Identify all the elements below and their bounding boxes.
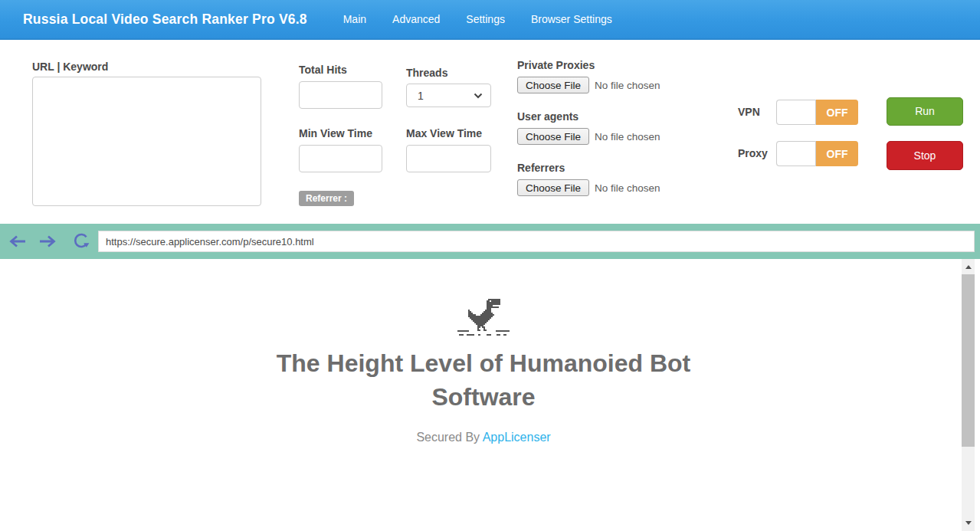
vpn-label: VPN xyxy=(738,106,760,118)
private-proxies-label: Private Proxies xyxy=(517,59,660,71)
main-nav: Main Advanced Settings Browser Settings xyxy=(330,7,625,31)
control-panel: URL | Keyword Total Hits Threads 1 Min V… xyxy=(0,40,980,224)
proxy-label: Proxy xyxy=(738,147,768,159)
app-header: Russia Local Video Search Ranker Pro V6.… xyxy=(0,0,980,40)
referrers-label: Referrers xyxy=(517,162,660,174)
scrollbar[interactable] xyxy=(962,259,975,531)
nav-settings[interactable]: Settings xyxy=(453,7,518,31)
chevron-down-icon xyxy=(474,93,483,99)
stop-button[interactable]: Stop xyxy=(887,141,963,170)
app-window: Russia Local Video Search Ranker Pro V6.… xyxy=(0,0,980,531)
proxy-toggle-state: OFF xyxy=(816,141,858,166)
url-keyword-textarea[interactable] xyxy=(32,77,261,206)
nav-browser-settings[interactable]: Browser Settings xyxy=(518,7,625,31)
url-address-bar[interactable] xyxy=(98,231,975,252)
threads-selected-value: 1 xyxy=(418,90,474,102)
scroll-down-icon xyxy=(965,521,972,525)
scroll-up-button[interactable] xyxy=(962,261,975,274)
private-proxies-group: Private Proxies Choose File No file chos… xyxy=(517,59,660,93)
user-agents-group: User agents Choose File No file chosen xyxy=(517,110,660,145)
referrers-group: Referrers Choose File No file chosen xyxy=(517,162,660,196)
private-proxies-choose-file-button[interactable]: Choose File xyxy=(517,77,589,93)
browser-toolbar xyxy=(0,224,980,259)
threads-label: Threads xyxy=(406,67,447,79)
scroll-up-icon xyxy=(965,265,972,269)
threads-select[interactable]: 1 xyxy=(406,84,491,107)
secured-by-text: Secured By xyxy=(416,431,482,444)
referrers-file-status: No file chosen xyxy=(595,182,660,194)
scrollbar-thumb[interactable] xyxy=(962,274,975,447)
referrers-choose-file-button[interactable]: Choose File xyxy=(517,179,589,196)
referrer-chip: Referrer : xyxy=(299,191,354,206)
total-hits-label: Total Hits xyxy=(299,64,347,76)
dino-icon xyxy=(0,299,967,340)
app-title: Russia Local Video Search Ranker Pro V6.… xyxy=(23,11,307,28)
page-heading: The Height Level of Humanoied Bot Softwa… xyxy=(238,346,729,414)
forward-icon[interactable] xyxy=(38,231,57,251)
user-agents-file-status: No file chosen xyxy=(595,131,660,143)
proxy-toggle-knob xyxy=(776,141,816,166)
max-view-time-input[interactable] xyxy=(406,145,491,172)
total-hits-input[interactable] xyxy=(299,81,382,109)
min-view-time-input[interactable] xyxy=(299,145,382,172)
user-agents-choose-file-button[interactable]: Choose File xyxy=(517,128,589,145)
back-icon[interactable] xyxy=(8,231,28,251)
vpn-toggle[interactable]: OFF xyxy=(776,100,858,125)
user-agents-label: User agents xyxy=(517,110,660,123)
run-button[interactable]: Run xyxy=(887,97,963,126)
nav-main[interactable]: Main xyxy=(330,7,379,31)
vpn-toggle-knob xyxy=(776,100,816,125)
refresh-icon[interactable] xyxy=(70,231,90,251)
secured-by-line: Secured By AppLicenser xyxy=(0,431,967,444)
min-view-time-label: Min View Time xyxy=(299,127,372,139)
scroll-down-button[interactable] xyxy=(962,516,975,529)
applicenser-link[interactable]: AppLicenser xyxy=(483,431,551,444)
private-proxies-file-status: No file chosen xyxy=(595,80,660,91)
proxy-toggle[interactable]: OFF xyxy=(776,141,858,166)
browser-viewport: The Height Level of Humanoied Bot Softwa… xyxy=(0,259,980,531)
url-keyword-label: URL | Keyword xyxy=(32,61,108,73)
vpn-toggle-state: OFF xyxy=(816,100,858,125)
nav-advanced[interactable]: Advanced xyxy=(379,7,453,31)
max-view-time-label: Max View Time xyxy=(406,127,482,139)
